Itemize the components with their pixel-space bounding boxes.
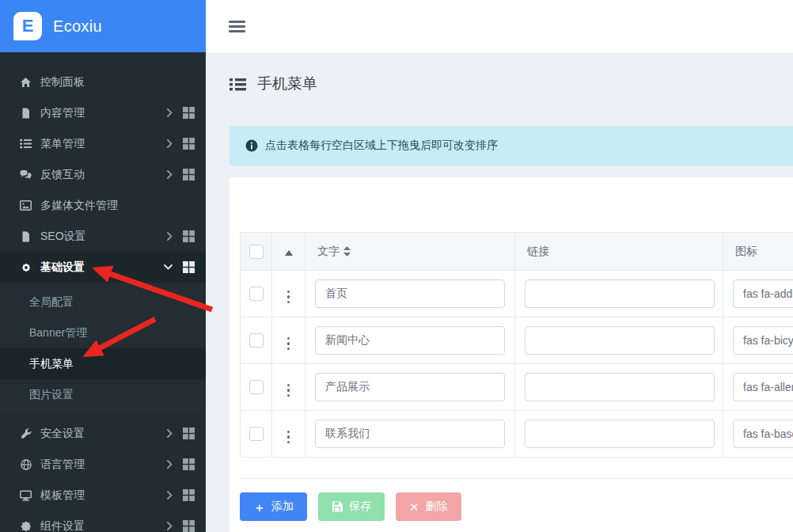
- page-header: 手机菜单: [230, 71, 793, 97]
- drag-handle-icon[interactable]: [285, 335, 293, 353]
- table-row[interactable]: [241, 317, 793, 364]
- sidebar-item-dashboard[interactable]: 控制面板: [0, 66, 206, 97]
- table-row[interactable]: [241, 271, 793, 317]
- sidebar-item-menu[interactable]: 菜单管理: [0, 128, 206, 159]
- delete-button[interactable]: ✕ 删除: [396, 492, 461, 521]
- sort-asc-icon[interactable]: [285, 250, 293, 256]
- sidebar: E Ecoxiu 控制面板内容管理菜单管理反馈互动多媒体文件管理SEO设置基础设…: [0, 0, 206, 532]
- sidebar-item-content[interactable]: 内容管理: [0, 97, 206, 128]
- hamburger-icon: [229, 21, 245, 23]
- save-button[interactable]: 保存: [318, 492, 385, 521]
- brand-logo-letter: E: [22, 16, 34, 36]
- sidebar-item-security[interactable]: 安全设置: [0, 418, 206, 449]
- sidebar-item-media[interactable]: 多媒体文件管理: [0, 190, 206, 221]
- sidebar-item-label: 菜单管理: [40, 137, 167, 151]
- icon-input[interactable]: [733, 420, 793, 448]
- plus-icon: ＋: [253, 501, 265, 513]
- grid-icon: [183, 261, 195, 273]
- link-input[interactable]: [525, 373, 715, 401]
- table-row[interactable]: [241, 411, 793, 458]
- submenu-item-image-settings[interactable]: 图片设置: [0, 379, 206, 410]
- info-alert-text: 点击表格每行空白区域上下拖曳后即可改变排序: [265, 139, 498, 153]
- monitor-icon: [19, 490, 32, 501]
- row-checkbox[interactable]: [249, 333, 264, 348]
- chevron-down-icon: [164, 264, 173, 270]
- list-icon: [230, 78, 246, 91]
- sidebar-item-label: 组件设置: [40, 519, 167, 532]
- globe-icon: [19, 459, 32, 470]
- sidebar-item-label: 反馈互动: [40, 168, 167, 182]
- row-checkbox[interactable]: [249, 427, 264, 441]
- submenu-basic-settings: 全局配置Banner管理手机菜单图片设置: [0, 283, 206, 414]
- text-input[interactable]: [315, 326, 505, 355]
- brand-logo-icon: E: [13, 12, 42, 40]
- sidebar-menu: 控制面板内容管理菜单管理反馈互动多媒体文件管理SEO设置基础设置全局配置Bann…: [0, 52, 206, 532]
- puzzle-icon: [19, 521, 32, 532]
- brand-name: Ecoxiu: [53, 17, 102, 36]
- grid-icon: [183, 489, 195, 501]
- sidebar-item-label: 控制面板: [40, 75, 195, 89]
- table-card: 文字 链接 图标 ＋ 添加: [230, 177, 793, 532]
- grid-icon: [183, 169, 195, 180]
- info-alert: 点击表格每行空白区域上下拖曳后即可改变排序: [230, 126, 793, 165]
- main-area: 手机菜单 点击表格每行空白区域上下拖曳后即可改变排序 文字: [206, 0, 793, 532]
- gear-icon: [19, 262, 32, 273]
- text-input[interactable]: [315, 279, 505, 308]
- sidebar-item-feedback[interactable]: 反馈互动: [0, 159, 206, 190]
- sidebar-item-label: 安全设置: [40, 427, 167, 441]
- sidebar-item-template[interactable]: 模板管理: [0, 480, 206, 511]
- sidebar-item-seo[interactable]: SEO设置: [0, 221, 206, 252]
- sidebar-item-basic-settings[interactable]: 基础设置: [0, 252, 206, 283]
- sidebar-item-label: SEO设置: [40, 230, 167, 244]
- sidebar-toggle-button[interactable]: [226, 17, 249, 36]
- add-button[interactable]: ＋ 添加: [240, 492, 307, 521]
- sidebar-item-label: 基础设置: [40, 260, 164, 275]
- chevron-right-icon: [167, 170, 173, 179]
- submenu-item-mobile-menu[interactable]: 手机菜单: [0, 348, 206, 379]
- info-icon: [245, 139, 258, 152]
- icon-input[interactable]: [733, 279, 793, 308]
- home-icon: [19, 77, 32, 88]
- icon-input[interactable]: [733, 326, 793, 355]
- drag-handle-icon[interactable]: [285, 382, 293, 400]
- sidebar-item-language[interactable]: 语言管理: [0, 449, 206, 480]
- comments-icon: [19, 169, 32, 180]
- grid-icon: [183, 520, 195, 532]
- wrench-icon: [19, 428, 32, 439]
- link-input[interactable]: [525, 326, 715, 355]
- link-input[interactable]: [525, 420, 715, 448]
- sidebar-item-label: 多媒体文件管理: [40, 199, 195, 213]
- brand: E Ecoxiu: [0, 0, 206, 52]
- sidebar-item-component[interactable]: 组件设置: [0, 511, 206, 532]
- select-all-checkbox[interactable]: [249, 245, 264, 259]
- x-icon: ✕: [409, 501, 419, 513]
- grid-icon: [183, 428, 195, 439]
- row-checkbox[interactable]: [249, 287, 264, 301]
- sort-icon[interactable]: [343, 246, 351, 256]
- table-header-row: 文字 链接 图标: [241, 233, 793, 271]
- column-header-text: 文字: [317, 245, 340, 259]
- save-disk-icon: [332, 501, 343, 512]
- image-icon: [19, 200, 32, 211]
- grid-icon: [183, 458, 195, 470]
- submenu-item-banner[interactable]: Banner管理: [0, 317, 206, 348]
- submenu-item-global-config[interactable]: 全局配置: [0, 287, 206, 317]
- file-icon: [19, 108, 32, 119]
- text-input[interactable]: [315, 420, 505, 448]
- grid-icon: [183, 107, 195, 119]
- chevron-right-icon: [167, 139, 173, 148]
- row-checkbox[interactable]: [249, 380, 264, 394]
- grid-icon: [183, 230, 195, 242]
- drag-handle-icon[interactable]: [285, 288, 293, 306]
- text-input[interactable]: [315, 373, 505, 401]
- chevron-right-icon: [167, 491, 173, 500]
- icon-input[interactable]: [733, 373, 793, 401]
- link-input[interactable]: [525, 279, 715, 308]
- table-row[interactable]: [241, 364, 793, 411]
- drag-handle-icon[interactable]: [285, 428, 293, 446]
- chevron-right-icon: [167, 108, 173, 117]
- sidebar-item-label: 模板管理: [40, 488, 167, 503]
- mobile-menu-table: 文字 链接 图标: [240, 232, 793, 458]
- sidebar-item-label: 内容管理: [40, 106, 167, 120]
- chevron-right-icon: [167, 429, 173, 438]
